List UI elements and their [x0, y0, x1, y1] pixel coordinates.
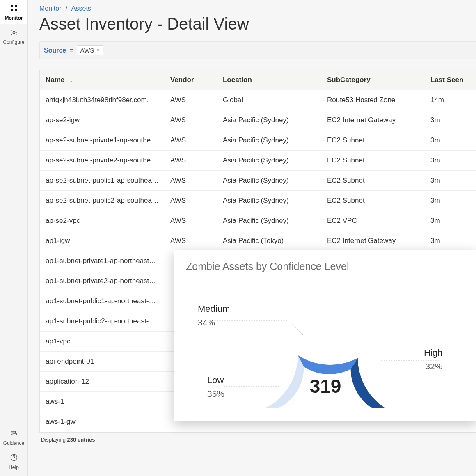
cell-name: ap1-subnet-private1-ap-northeast…: [40, 251, 165, 271]
table-row[interactable]: ap1-igwAWSAsia Pacific (Tokyo)EC2 Intern…: [40, 231, 476, 251]
sidebar-item-label: Monitor: [5, 15, 23, 21]
col-subcategory[interactable]: SubCategory: [321, 70, 425, 90]
cell-subcategory: EC2 Subnet: [321, 151, 425, 171]
cell-subcategory: Route53 Hosted Zone: [321, 90, 425, 110]
table-row[interactable]: ap-se2-subnet-public2-ap-southea…AWSAsia…: [40, 191, 476, 211]
cell-location: Asia Pacific (Sydney): [217, 191, 321, 211]
col-name[interactable]: Name ↓: [40, 70, 165, 90]
breadcrumb-sep: /: [66, 5, 67, 12]
callout-medium: Medium 34%: [198, 304, 230, 327]
cell-name: ap-se2-igw: [40, 110, 165, 130]
cell-name: ap1-subnet-private2-ap-northeast…: [40, 271, 165, 291]
cell-name: api-endpoint-01: [40, 352, 165, 372]
cell-name: ap-se2-subnet-private1-ap-southe…: [40, 130, 165, 151]
filter-key[interactable]: Source: [44, 47, 66, 54]
sidebar-item-label: Guidance: [3, 440, 24, 446]
cell-location: Asia Pacific (Sydney): [217, 130, 321, 151]
help-icon: [10, 453, 18, 463]
cell-name: aws-1-gw: [40, 412, 165, 432]
sidebar-item-help[interactable]: Help: [0, 449, 27, 474]
close-icon[interactable]: ×: [96, 47, 100, 53]
cell-location: Asia Pacific (Sydney): [217, 110, 321, 130]
cell-vendor: AWS: [165, 90, 217, 110]
cell-name: ap1-vpc: [40, 332, 165, 352]
filter-chip[interactable]: AWS ×: [77, 45, 103, 55]
page-title: Asset Inventory - Detail View: [39, 15, 476, 33]
cell-location: Asia Pacific (Sydney): [217, 211, 321, 231]
arc-medium[interactable]: [298, 355, 358, 375]
chart-total: 319: [310, 375, 341, 397]
cell-last_seen: 3m: [425, 171, 476, 191]
cell-vendor: AWS: [165, 110, 217, 130]
table-footer: Displaying 230 entries: [39, 433, 476, 447]
cell-last_seen: 3m: [425, 110, 476, 130]
cell-last_seen: 3m: [425, 151, 476, 171]
sidebar-item-monitor[interactable]: Monitor: [0, 0, 27, 24]
cell-vendor: AWS: [165, 231, 217, 251]
cell-last_seen: 3m: [425, 211, 476, 231]
signpost-icon: [10, 429, 18, 439]
cell-location: Asia Pacific (Sydney): [217, 171, 321, 191]
cell-subcategory: EC2 Subnet: [321, 191, 425, 211]
cell-location: Global: [217, 90, 321, 110]
cell-subcategory: EC2 VPC: [321, 211, 425, 231]
cell-subcategory: EC2 Internet Gateway: [321, 110, 425, 130]
donut-chart: 319 Low 35% Medium 34% High 32%: [186, 272, 465, 412]
cell-vendor: AWS: [165, 211, 217, 231]
cell-location: Asia Pacific (Sydney): [217, 151, 321, 171]
chart-title: Zombie Assets by Confidence Level: [186, 261, 465, 272]
svg-rect-2: [11, 9, 13, 11]
arc-low[interactable]: [266, 355, 304, 408]
cell-name: ap-se2-subnet-public1-ap-southea…: [40, 171, 165, 191]
cell-vendor: AWS: [165, 151, 217, 171]
breadcrumb-assets[interactable]: Assets: [71, 5, 91, 12]
arc-high[interactable]: [350, 358, 385, 408]
callout-low: Low 35%: [207, 375, 224, 399]
table-row[interactable]: ap-se2-subnet-private1-ap-southe…AWSAsia…: [40, 130, 476, 151]
svg-point-6: [14, 459, 14, 460]
cell-name: application-12: [40, 372, 165, 392]
cell-last_seen: 3m: [425, 130, 476, 151]
svg-point-4: [13, 31, 15, 33]
main-content: Monitor / Assets Asset Inventory - Detai…: [28, 0, 476, 476]
cell-subcategory: EC2 Subnet: [321, 130, 425, 151]
cell-name: ap1-igw: [40, 231, 165, 251]
cell-location: Asia Pacific (Tokyo): [217, 231, 321, 251]
grid-icon: [10, 4, 18, 14]
cell-vendor: AWS: [165, 171, 217, 191]
cell-last_seen: 3m: [425, 191, 476, 211]
half-donut-icon: [256, 330, 395, 412]
cell-last_seen: 14m: [425, 90, 476, 110]
sidebar-item-configure[interactable]: Configure: [0, 24, 27, 48]
cell-name: ap1-subnet-public2-ap-northeast-…: [40, 311, 165, 332]
filter-eq: =: [69, 47, 73, 54]
svg-rect-0: [11, 5, 13, 7]
cell-name: ap-se2-subnet-private2-ap-southe…: [40, 151, 165, 171]
table-row[interactable]: ap-se2-subnet-public1-ap-southea…AWSAsia…: [40, 171, 476, 191]
cell-name: ap1-subnet-public1-ap-northeast-…: [40, 291, 165, 311]
table-row[interactable]: ap-se2-subnet-private2-ap-southe…AWSAsia…: [40, 151, 476, 171]
sort-desc-icon: ↓: [70, 77, 73, 83]
breadcrumb: Monitor / Assets: [39, 5, 476, 12]
cell-subcategory: EC2 Internet Gateway: [321, 231, 425, 251]
table-row[interactable]: ahfgkjh43iuth34te98rihf98er.com.AWSGloba…: [40, 90, 476, 110]
table-row[interactable]: ap-se2-vpcAWSAsia Pacific (Sydney)EC2 VP…: [40, 211, 476, 231]
cell-subcategory: EC2 Subnet: [321, 171, 425, 191]
svg-rect-1: [15, 5, 17, 7]
filter-bar[interactable]: Source = AWS ×: [39, 41, 476, 59]
sidebar-item-label: Help: [9, 465, 19, 470]
cell-last_seen: 3m: [425, 231, 476, 251]
col-vendor[interactable]: Vendor: [165, 70, 217, 90]
cell-vendor: AWS: [165, 191, 217, 211]
gear-icon: [10, 28, 18, 38]
breadcrumb-monitor[interactable]: Monitor: [39, 5, 61, 12]
filter-chip-value: AWS: [80, 47, 94, 54]
zombie-assets-card: Zombie Assets by Confidence Level 319 Lo…: [174, 250, 476, 421]
cell-name: aws-1: [40, 392, 165, 412]
col-location[interactable]: Location: [217, 70, 321, 90]
col-last-seen[interactable]: Last Seen: [425, 70, 476, 90]
cell-name: ahfgkjh43iuth34te98rihf98er.com.: [40, 90, 165, 110]
sidebar-item-guidance[interactable]: Guidance: [0, 425, 27, 449]
table-row[interactable]: ap-se2-igwAWSAsia Pacific (Sydney)EC2 In…: [40, 110, 476, 130]
callout-high: High 32%: [424, 348, 442, 371]
